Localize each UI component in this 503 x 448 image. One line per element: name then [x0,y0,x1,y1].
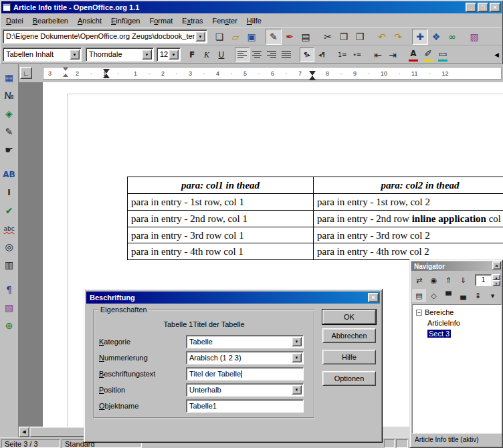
align-left-icon[interactable] [235,47,249,62]
set-reminder-icon[interactable]: ◇ [427,289,441,302]
draw-functions-icon[interactable]: ✎ [1,124,17,140]
menu-hilfe[interactable]: Hilfe [242,15,266,26]
table-header-col1[interactable]: para: col1 in thead [128,177,314,194]
undo-icon[interactable]: ↶ [374,29,390,45]
next-icon[interactable]: ⇓ [456,273,470,287]
table-header-col2[interactable]: para: col2 in thead [314,177,503,194]
category-combobox[interactable]: Tabelle ▼ [186,335,304,348]
table-row[interactable]: para in entry - 1st row, col 1 para in e… [128,194,503,211]
direct-cursor-icon[interactable]: I [1,185,17,201]
insert-object-icon[interactable]: ◈ [1,106,17,122]
numbering-dropdown-icon[interactable]: ▼ [292,353,302,362]
navigator-close-icon[interactable]: × [492,261,501,269]
online-layout-icon[interactable]: ⊕ [1,318,17,334]
drag-mode-icon[interactable]: ▾ [486,289,500,302]
paste-icon[interactable]: ❒ [352,29,368,45]
tree-item-articleinfo[interactable]: ArticleInfo [413,318,501,328]
url-combobox[interactable]: D:\Eigene Dokumente\OpenOffice.org Zeugs… [3,29,207,43]
table-row[interactable]: para in entry - 4th row col 1 para in en… [128,243,503,260]
url-value[interactable]: D:\Eigene Dokumente\OpenOffice.org Zeugs… [6,32,195,40]
spin-down-icon[interactable]: ▾ [492,280,500,286]
navigation-icon[interactable]: ◉ [427,273,441,287]
url-dropdown-icon[interactable]: ▼ [195,31,205,41]
underline-icon[interactable]: U [214,47,229,62]
navigator-title-bar[interactable]: Navigator [411,261,501,271]
nonprinting-characters-icon[interactable]: ¶ [1,282,17,298]
object-name-value[interactable]: Tabelle1 [189,402,301,410]
menu-datei[interactable]: Datei [1,15,28,26]
horizontal-ruler[interactable]: ∟ 3 · 2 · 1 · 1 · 2 · 3 · 4 · 5 · 6 · 7 … [19,64,503,82]
spellcheck-icon[interactable]: ✔ [1,203,17,219]
font-name-combobox[interactable]: Thorndale ▼ [86,47,154,62]
form-functions-icon[interactable]: ☛ [1,142,17,158]
object-name-input[interactable]: Tabelle1 [186,399,304,413]
hyperlink-icon[interactable]: ∞ [444,29,460,45]
italic-icon[interactable]: K [199,47,214,62]
active-document-selector[interactable]: Article Info title (aktiv) [412,433,502,445]
right-to-left-icon[interactable]: ◂¶ [314,47,329,62]
paragraph-style-value[interactable]: Tabellen Inhalt [6,50,69,58]
status-page[interactable]: Seite 3 / 3 [1,439,60,448]
left-to-right-icon[interactable]: ¶▸ [300,47,314,62]
horizontal-scroll-thumb[interactable] [29,427,91,437]
copy-icon[interactable]: ❐ [336,29,352,45]
close-button[interactable]: × [490,3,500,12]
stylist-icon[interactable]: ❖ [428,29,444,45]
content-view-icon[interactable]: ▤ [412,289,426,302]
previous-icon[interactable]: ⇑ [441,273,456,287]
align-justify-icon[interactable] [279,47,294,62]
minimize-button[interactable]: _ [466,3,476,12]
cut-icon[interactable]: ✂ [320,29,336,45]
tree-item-bereiche[interactable]: − Bereiche [413,307,501,318]
position-combobox[interactable]: Unterhalb ▼ [186,383,304,397]
font-size-combobox[interactable]: 12 ▼ [157,47,181,62]
menu-format[interactable]: Format [144,15,177,26]
insert-fields-icon[interactable]: № [1,88,17,104]
open-document-icon[interactable]: ▱ [227,29,243,45]
spin-up-icon[interactable]: ▴ [492,274,500,280]
navigator-icon[interactable]: ✚ [412,29,428,45]
autotext-icon[interactable]: AB [1,166,17,183]
window-toggle-icon[interactable]: ⇄ [412,273,426,287]
font-name-value[interactable]: Thorndale [89,50,141,58]
numbering-combobox[interactable]: Arabisch (1 2 3) ▼ [186,351,304,364]
tree-expander-icon[interactable]: − [416,310,422,316]
menu-einfuegen[interactable]: Einfügen [106,15,144,26]
paragraph-style-dropdown-icon[interactable]: ▼ [70,49,80,60]
font-color-icon[interactable]: A [406,47,421,62]
category-value[interactable]: Tabelle [189,338,291,346]
menu-fenster[interactable]: Fenster [208,15,242,26]
options-button[interactable]: Optionen [322,371,376,386]
paragraph-style-combobox[interactable]: Tabellen Inhalt ▼ [3,47,82,62]
position-dropdown-icon[interactable]: ▼ [292,385,302,395]
toolbar-overflow-icon[interactable]: ◀ [494,52,499,58]
anchor-text-icon[interactable]: ↨ [471,289,485,302]
footer-icon[interactable]: ▄ [456,289,470,302]
insert-icon[interactable]: ▦ [1,70,17,86]
header-icon[interactable]: ▀ [441,289,456,302]
tab-type-selector[interactable]: ∟ [20,67,32,79]
position-value[interactable]: Unterhalb [189,386,291,394]
print-icon[interactable]: ▤ [298,29,314,45]
increase-indent-icon[interactable]: ⇥ [385,47,400,62]
font-size-dropdown-icon[interactable]: ▼ [169,49,179,60]
page-spin-value[interactable]: 1 [475,274,492,286]
gallery-icon[interactable]: ▨ [466,29,482,45]
bullets-icon[interactable]: •≡ [350,47,365,62]
cancel-button[interactable]: Abbrechen [322,328,376,343]
align-right-icon[interactable] [264,47,279,62]
font-size-value[interactable]: 12 [160,50,168,58]
menu-extras[interactable]: Extras [177,15,207,26]
ok-button[interactable]: OK [322,310,376,324]
table-row[interactable]: para in entry - 2nd row, col 1 para in e… [128,210,503,227]
category-dropdown-icon[interactable]: ▼ [292,337,302,346]
numbering-value[interactable]: Arabisch (1 2 3) [189,354,291,362]
bold-icon[interactable]: F [185,47,199,62]
title-bar[interactable]: Article Info title - OpenOffice.org 1.1 … [1,1,502,13]
data-sources-icon[interactable]: ▥ [1,257,17,273]
indent-marker-bottom[interactable] [63,74,68,77]
caption-text-input[interactable]: Titel der Tabelle [186,367,304,380]
indent-marker-top[interactable] [63,68,68,71]
new-document-icon[interactable]: ❏ [211,29,227,45]
scroll-left-icon[interactable]: ◀ [19,427,29,437]
